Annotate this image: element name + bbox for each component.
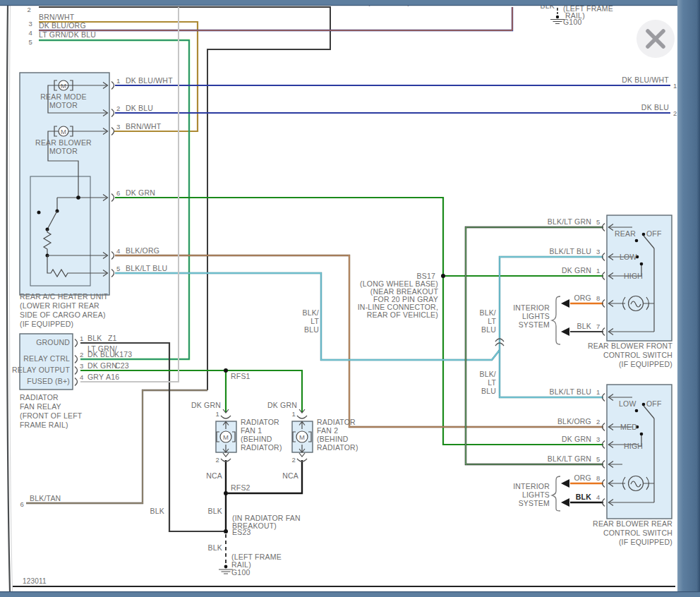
relay-terminal-fused: FUSED (B+) xyxy=(27,377,70,385)
heater-pin-4-wire: BLK/ORG xyxy=(126,246,159,255)
wire-label-blk-1: BLK xyxy=(150,507,164,515)
front-pin-1-wire: DK GRN xyxy=(562,266,591,275)
front-pin-7: 7 xyxy=(596,322,600,330)
wire-label-nca-2: NCA xyxy=(282,471,298,480)
fan1-pin-1: 1 xyxy=(216,410,219,418)
motor-m: M xyxy=(61,128,66,135)
ils-front-3: SYSTEM xyxy=(519,320,550,329)
wire-label-dk-blu-exit: DK BLU xyxy=(641,103,669,111)
front-pin-3-wire: BLK/LT BLU xyxy=(550,247,591,255)
frame-top-bar-edge xyxy=(0,5,700,6)
front-pin-5-wire: BLK/LT GRN xyxy=(548,217,591,226)
wire-label-dk-grn-fan1: DK GRN xyxy=(191,401,221,409)
rear-position-low: LOW xyxy=(619,399,636,408)
heater-pin-6: 6 xyxy=(116,189,120,197)
fan1-caption-1: RADIATOR xyxy=(241,418,279,426)
ground-g100-bottom-dot xyxy=(224,565,228,569)
wire-label-blk-2: BLK xyxy=(208,507,222,515)
fan2-caption-1: RADIATOR xyxy=(317,418,356,426)
arrow-left-icon xyxy=(561,498,569,507)
ils-front-1: INTERIOR xyxy=(513,303,550,312)
wire-dk-blu-org-base xyxy=(39,7,512,30)
heater-pin-3-wire: BRN/WHT xyxy=(126,122,162,131)
fan1-caption-2: FAN 1 xyxy=(241,426,262,435)
relay-pin-4-circuit: A16 xyxy=(106,373,119,381)
heater-caption-1: REAR A/C HEATER UNIT xyxy=(20,292,109,301)
close-button[interactable] xyxy=(636,20,675,58)
fan2-caption-4: RADIATOR) xyxy=(317,443,358,452)
rear-pin-1: 1 xyxy=(596,388,600,396)
wire-label-blk-lt-blu-v3a: BLK/ xyxy=(479,370,496,378)
sheet-number: 123011 xyxy=(23,577,47,585)
heater-pin-1: 1 xyxy=(116,77,120,85)
ils-rear-3: SYSTEM xyxy=(519,499,550,507)
relay-caption-4: FRAME RAIL) xyxy=(20,421,68,429)
wire-label-dk-blu-org: DK BLU/ORG xyxy=(39,21,86,30)
interior-lights-front xyxy=(552,296,569,344)
rear-switch-caption-3: (IF EQUIPPED) xyxy=(619,538,672,546)
motor-m: M xyxy=(223,433,229,441)
frame-right-bar[interactable] xyxy=(677,0,700,597)
wire-label-blk-lt-blu-v1c: BLU xyxy=(304,325,319,334)
wire-label-dk-blu-wht-exit: DK BLU/WHT xyxy=(622,76,669,84)
relay-terminal-relay-ctrl: RELAY CTRL xyxy=(23,354,70,363)
wire-label-blk-lt-blu-v1b: LT xyxy=(310,317,319,325)
ils-front-2: LIGHTS xyxy=(522,312,550,320)
wire-label-blk-lt-blu-v1a: BLK/ xyxy=(302,308,319,317)
fan2-caption-3: (BEHIND xyxy=(317,435,349,443)
wire-label-blk-lt-blu-v3b: LT xyxy=(488,378,496,387)
heater-pin-2: 2 xyxy=(116,104,120,112)
ground-name-g100-top: G100 xyxy=(563,18,582,26)
ground-symbol-bottom xyxy=(219,569,233,574)
splice-es23: ES23 xyxy=(232,528,251,536)
relay-pin-2-circuit: K173 xyxy=(114,350,132,358)
ils-rear-2: LIGHTS xyxy=(522,490,550,499)
ils-rear-1: INTERIOR xyxy=(513,482,550,490)
rear-switch-caption-1: REAR BLOWER REAR xyxy=(593,519,672,528)
rear-pin-2-wire: BLK/ORG xyxy=(557,417,591,426)
brace-icon xyxy=(552,476,560,511)
wire-label-brn-wht: BRN/WHT xyxy=(39,13,75,21)
arrow-left-icon xyxy=(561,327,569,336)
wiring-diagram-viewer: M M M xyxy=(0,0,700,597)
rear-pin-3: 3 xyxy=(596,435,600,443)
heater-pin-3: 3 xyxy=(116,123,120,131)
rear-blower-motor-label-2: MOTOR xyxy=(49,147,78,155)
interior-lights-rear xyxy=(552,476,569,511)
front-switch-caption-2: CONTROL SWITCH xyxy=(603,351,672,359)
page-curl-highlight xyxy=(9,6,12,591)
rear-pin-4: 4 xyxy=(596,493,600,501)
frame-top-bar xyxy=(0,0,700,6)
wire-dk-blu-org xyxy=(39,7,512,30)
ground-name-g100-bottom: G100 xyxy=(231,568,251,577)
front-pin-5: 5 xyxy=(596,218,600,226)
rear-position-med: MED xyxy=(620,423,637,431)
heater-pin-2-wire: DK BLU xyxy=(126,104,153,112)
wire-blk-lt-grn-base xyxy=(466,227,603,464)
heater-pin-1-wire: DK BLU/WHT xyxy=(126,76,173,85)
front-position-low: LOW xyxy=(620,253,637,261)
wire-label-dk-grn-fan2: DK GRN xyxy=(267,401,297,409)
splice-rfs2-dot xyxy=(224,491,228,495)
wire-blk-lt-grn xyxy=(466,227,603,464)
fan2-pin-2: 2 xyxy=(292,456,296,464)
front-position-rear: REAR xyxy=(615,229,636,238)
circuit-5-number: 5 xyxy=(29,38,32,46)
rear-pin-1-wire: BLK/LT BLU xyxy=(550,387,591,396)
fan1-pin-2: 2 xyxy=(216,456,219,464)
labels: 2 3 BRN/WHT 4 DK BLU/ORG 5 LT GRN/DK BLU… xyxy=(12,0,677,585)
front-pin-8: 8 xyxy=(596,294,600,302)
heater-pin-5-wire: BLK/LT BLU xyxy=(126,264,167,272)
fan2-pin-1: 1 xyxy=(292,410,296,418)
front-switch-caption-3: (IF EQUIPPED) xyxy=(619,360,672,368)
exit-1-number: 1 xyxy=(673,82,677,90)
motor-m: M xyxy=(299,433,305,441)
arrow-left-icon xyxy=(561,299,569,308)
relay-pin-1-wire: BLK xyxy=(88,334,102,342)
front-pin-1: 1 xyxy=(596,267,600,275)
relay-pin-3-wire: DK GRN xyxy=(88,361,117,370)
rear-switch-caption-2: CONTROL SWITCH xyxy=(603,529,672,537)
splice-bs17-dot xyxy=(441,274,445,278)
relay-pin-1: 1 xyxy=(80,334,83,342)
arrow-left-icon xyxy=(561,479,569,488)
